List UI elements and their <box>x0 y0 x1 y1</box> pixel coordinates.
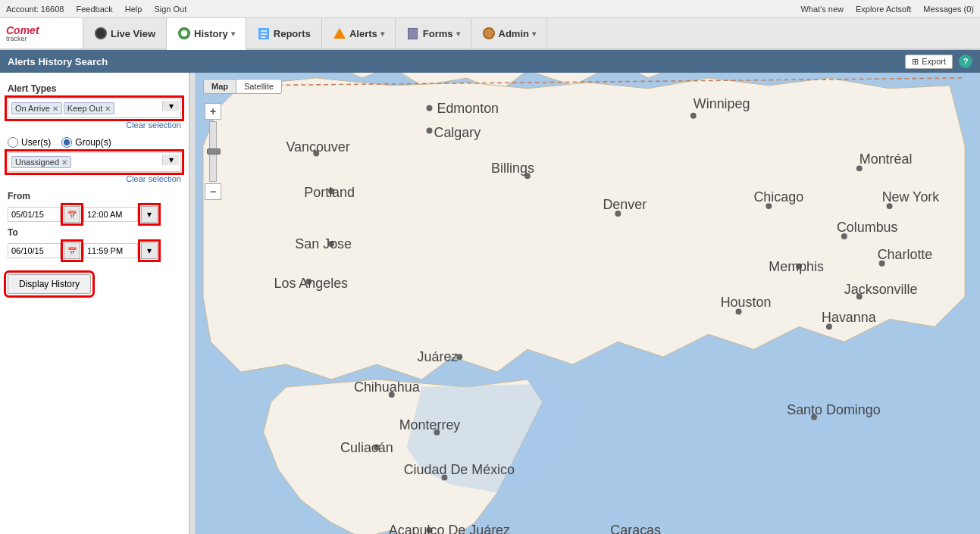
forms-icon <box>406 27 420 40</box>
radio-groups-item[interactable]: Group(s) <box>61 137 111 148</box>
svg-text:Chicago: Chicago <box>753 189 803 205</box>
to-date-input[interactable] <box>8 243 61 258</box>
nav-bar: Comet tracker Live View History ▾ Report… <box>0 18 980 50</box>
display-history-button[interactable]: Display History <box>8 274 91 294</box>
left-panel: Alert Types On Arrive ✕ Keep Out ✕ ▾ Cle… <box>0 73 189 534</box>
map-area: Map Satellite + − Foxe B <box>196 73 980 534</box>
nav-admin[interactable]: Admin ▾ <box>471 18 547 48</box>
page-title: Alerts History Search <box>8 56 108 67</box>
signout-link[interactable]: Sign Out <box>154 5 186 14</box>
export-grid-icon: ⊞ <box>912 57 919 67</box>
svg-text:Ciudad De México: Ciudad De México <box>404 462 515 477</box>
nav-admin-label: Admin <box>499 28 529 39</box>
top-bar: Account: 16608 Feedback Help Sign Out Wh… <box>0 0 980 18</box>
tag-keep-out: Keep Out ✕ <box>64 102 114 114</box>
nav-forms[interactable]: Forms ▾ <box>396 18 471 48</box>
reports-icon <box>257 27 271 40</box>
zoom-thumb <box>207 148 221 155</box>
svg-text:Havanna: Havanna <box>822 310 876 325</box>
nav-history-label: History <box>194 28 228 39</box>
live-view-icon <box>94 27 108 40</box>
svg-point-4 <box>427 105 433 111</box>
whats-new-link[interactable]: What's new <box>800 5 844 14</box>
svg-text:Los Angeles: Los Angeles <box>274 276 349 291</box>
from-label: From <box>8 191 181 201</box>
admin-dropdown-arrow: ▾ <box>532 30 536 38</box>
svg-text:Denver: Denver <box>603 197 647 212</box>
from-date-input[interactable] <box>8 207 61 222</box>
tag-keep-out-close[interactable]: ✕ <box>105 105 111 113</box>
export-label: Export <box>922 57 946 66</box>
zoom-in-btn[interactable]: + <box>205 103 221 120</box>
alert-types-input[interactable]: On Arrive ✕ Keep Out ✕ ▾ <box>8 98 181 118</box>
to-calendar-btn[interactable]: 📅 <box>64 242 80 259</box>
svg-text:Caracas: Caracas <box>610 523 661 534</box>
nav-history[interactable]: History ▾ <box>167 18 246 50</box>
splitter[interactable] <box>189 73 196 534</box>
to-time-input[interactable] <box>83 243 138 258</box>
svg-text:Charlotte: Charlotte <box>878 247 933 262</box>
satellite-btn[interactable]: Satellite <box>236 80 281 93</box>
explore-actsoft-link[interactable]: Explore Actsoft <box>856 5 911 14</box>
svg-text:Memphis: Memphis <box>769 259 824 274</box>
alerts-icon <box>333 27 346 40</box>
svg-text:Jacksonville: Jacksonville <box>844 282 918 297</box>
svg-text:Winnipeg: Winnipeg <box>694 96 750 111</box>
account-label: Account: 16608 <box>6 5 64 14</box>
radio-users[interactable] <box>8 137 18 148</box>
from-time-dropdown-btn[interactable]: ▾ <box>141 206 158 223</box>
nav-live-view[interactable]: Live View <box>83 18 167 48</box>
logo-area: Comet tracker <box>0 18 83 48</box>
history-dropdown-arrow: ▾ <box>231 30 235 38</box>
tag-on-arrive: On Arrive ✕ <box>11 102 62 114</box>
forms-dropdown-arrow: ▾ <box>456 30 460 38</box>
zoom-out-btn[interactable]: − <box>205 183 221 200</box>
svg-point-6 <box>427 128 433 134</box>
svg-text:Edmonton: Edmonton <box>437 101 499 116</box>
nav-forms-label: Forms <box>423 28 453 39</box>
feedback-link[interactable]: Feedback <box>76 5 112 14</box>
nav-alerts[interactable]: Alerts ▾ <box>322 18 396 48</box>
map-btn[interactable]: Map <box>204 80 236 93</box>
to-time-dropdown-btn[interactable]: ▾ <box>141 242 158 259</box>
groups-input[interactable]: Unassigned ✕ ▾ <box>8 152 181 172</box>
from-row: 📅 ▾ <box>8 206 181 223</box>
tag-unassigned-text: Unassigned <box>15 158 59 167</box>
radio-users-item[interactable]: User(s) <box>8 137 51 148</box>
radio-groups-label: Group(s) <box>75 137 111 148</box>
svg-text:Billings: Billings <box>491 161 534 176</box>
help-icon[interactable]: ? <box>959 55 972 68</box>
svg-text:Portland: Portland <box>304 185 355 200</box>
export-button[interactable]: ⊞ Export <box>905 55 953 69</box>
svg-text:San Jose: San Jose <box>295 236 352 251</box>
svg-text:Acapulco De Juárez: Acapulco De Juárez <box>389 523 510 534</box>
top-bar-right: What's new Explore Actsoft Messages (0) <box>800 5 974 14</box>
radio-groups[interactable] <box>61 137 72 148</box>
help-link[interactable]: Help <box>125 5 142 14</box>
clear-groups-link[interactable]: Clear selection <box>8 174 181 183</box>
clear-alert-types-link[interactable]: Clear selection <box>8 120 181 130</box>
svg-text:Juárez: Juárez <box>418 349 459 364</box>
tag-on-arrive-close[interactable]: ✕ <box>52 105 58 113</box>
tag-unassigned: Unassigned ✕ <box>11 156 71 168</box>
main-layout: Alert Types On Arrive ✕ Keep Out ✕ ▾ Cle… <box>0 73 980 534</box>
history-icon <box>177 27 191 40</box>
svg-text:Vancouver: Vancouver <box>286 139 349 155</box>
logo: Comet tracker <box>6 24 39 42</box>
tag-unassigned-close[interactable]: ✕ <box>61 158 67 167</box>
alerts-dropdown-arrow: ▾ <box>380 30 384 38</box>
from-calendar-btn[interactable]: 📅 <box>64 206 80 223</box>
alert-types-dropdown-btn[interactable]: ▾ <box>162 101 179 111</box>
page-header-right: ⊞ Export ? <box>905 55 972 69</box>
page-header: Alerts History Search ⊞ Export ? <box>0 50 980 73</box>
svg-text:Columbus: Columbus <box>837 220 898 235</box>
nav-reports[interactable]: Reports <box>246 18 322 48</box>
zoom-slider[interactable] <box>209 121 217 182</box>
nav-reports-label: Reports <box>274 28 311 39</box>
svg-text:Santo Domingo: Santo Domingo <box>787 402 880 417</box>
svg-text:New York: New York <box>882 189 940 205</box>
groups-dropdown-btn[interactable]: ▾ <box>162 155 179 165</box>
from-time-input[interactable] <box>83 207 138 222</box>
messages-link[interactable]: Messages (0) <box>923 5 974 14</box>
radio-users-label: User(s) <box>21 137 51 148</box>
